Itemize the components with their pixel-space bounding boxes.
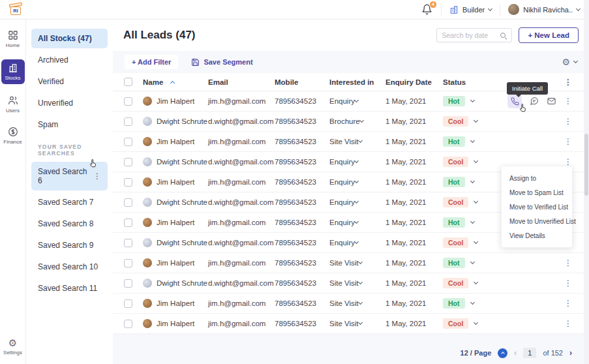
current-page-box[interactable]: 1 [523,348,536,358]
rail-item-stocks[interactable]: Stocks [1,59,25,84]
interested-in-dropdown[interactable]: Brochure [329,117,385,125]
row-checkbox[interactable] [124,97,132,106]
menu-item-move-to-verified[interactable]: Move to Verified List [502,200,572,214]
row-checkbox[interactable] [124,279,132,288]
chevron-down-icon[interactable] [474,199,478,204]
row-kebab-icon[interactable]: ⋮ [564,118,572,125]
status-badge[interactable]: Hot [443,258,465,268]
row-kebab-icon[interactable]: ⋮ [564,260,572,266]
scrollbar-thumb[interactable] [584,134,588,196]
status-badge[interactable]: Hot [443,96,465,106]
select-all-checkbox[interactable] [124,78,132,86]
column-header-enquiry-date[interactable]: Enquiry Date [385,78,443,86]
interested-in-dropdown[interactable]: Site Visit [329,279,385,287]
column-header-email[interactable]: Email [208,78,275,86]
column-header-status[interactable]: Status [443,78,502,86]
sidebar-item-archived[interactable]: Archived [31,50,108,70]
interested-in-dropdown[interactable]: Enquiry [329,178,385,186]
chevron-down-icon[interactable] [470,300,474,305]
status-badge[interactable]: Hot [443,217,465,228]
email-button[interactable] [547,97,556,106]
add-filter-button[interactable]: + Add Filter [125,55,178,69]
status-badge[interactable]: Hot [443,136,465,147]
builder-dropdown[interactable]: Builder [449,5,492,14]
page-size-dropdown[interactable] [498,348,507,358]
row-kebab-icon[interactable]: ⋮ [564,320,572,327]
next-page-button[interactable]: › [569,348,572,357]
chevron-down-icon[interactable] [470,138,474,143]
chevron-down-icon[interactable] [474,239,478,244]
rail-item-settings[interactable]: ⚙ Settings [1,337,25,357]
sidebar-item-verified[interactable]: Verified [31,72,108,91]
interested-in-dropdown[interactable]: Site Visit [329,320,385,327]
sidebar-item-saved-search-11[interactable]: Saved Search 11 [31,279,108,298]
column-header-interested-in[interactable]: Interested in [329,78,385,86]
status-badge[interactable]: Hot [443,298,465,309]
row-kebab-icon[interactable]: ⋮ [564,300,572,307]
table-options-kebab-icon[interactable]: ⋮ [564,79,572,85]
status-badge[interactable]: Cool [443,157,468,167]
row-checkbox[interactable] [124,219,132,227]
sidebar-item-saved-search-10[interactable]: Saved Search 10 [31,257,108,277]
sidebar-item-all-stocks[interactable]: All Stocks (47) [31,29,108,48]
search-icon[interactable] [500,32,507,39]
status-badge[interactable]: Hot [443,177,465,187]
row-checkbox[interactable] [124,198,132,207]
status-badge[interactable]: Cool [443,278,468,288]
rail-item-finance[interactable]: Finance [1,125,25,147]
sidebar-item-unverified[interactable]: Unverified [31,93,108,113]
interested-in-dropdown[interactable]: Enquiry [329,219,385,226]
column-header-name[interactable]: Name [143,78,208,86]
menu-item-view-details[interactable]: View Details [502,228,572,243]
status-badge[interactable]: Cool [443,237,468,248]
table-settings-gear-icon[interactable]: ⚙ [562,57,570,67]
row-checkbox[interactable] [124,158,132,166]
column-header-mobile[interactable]: Mobile [275,78,329,86]
interested-in-dropdown[interactable]: Enquiry [329,239,385,247]
row-checkbox[interactable] [124,259,132,267]
row-kebab-icon[interactable]: ⋮ [564,159,572,165]
sidebar-item-saved-search-9[interactable]: Saved Search 9 [31,235,108,255]
menu-item-move-to-spam[interactable]: Move to Spam List [502,185,572,200]
notifications-button[interactable]: 4 [421,4,433,16]
status-badge[interactable]: Cool [443,197,468,207]
chevron-down-icon[interactable] [474,159,478,163]
rail-item-home[interactable]: Home [1,28,25,50]
interested-in-dropdown[interactable]: Site Visit [329,138,385,145]
new-lead-button[interactable]: + New Lead [519,27,579,43]
row-kebab-icon[interactable]: ⋮ [564,98,572,104]
sidebar-item-spam[interactable]: Spam [31,115,108,134]
row-checkbox[interactable] [124,239,132,247]
chevron-down-icon[interactable] [470,219,474,224]
interested-in-dropdown[interactable]: Enquiry [329,198,385,206]
user-menu[interactable]: Nikhil Ravicha.. [508,4,580,15]
row-kebab-icon[interactable]: ⋮ [564,138,572,145]
interested-in-dropdown[interactable]: Site Visit [329,259,385,267]
row-checkbox[interactable] [124,117,132,126]
interested-in-dropdown[interactable]: Enquiry [329,158,385,166]
chevron-down-icon[interactable] [573,59,578,63]
interested-in-dropdown[interactable]: Site Visit [329,299,385,307]
interested-in-dropdown[interactable]: Enquiry [329,97,385,105]
sidebar-item-saved-search-7[interactable]: Saved Search 7 [31,192,108,212]
chevron-down-icon[interactable] [474,320,478,325]
app-logo[interactable]: RI [9,4,23,16]
save-segment-button[interactable]: Save Segment [191,58,252,67]
scrollbar[interactable] [584,0,589,364]
chevron-down-icon[interactable] [474,118,478,123]
row-checkbox[interactable] [124,299,132,308]
row-checkbox[interactable] [124,320,132,328]
chat-button[interactable] [530,97,539,106]
chevron-down-icon[interactable] [474,280,478,284]
search-input[interactable] [442,31,497,39]
menu-item-move-to-unverified[interactable]: Move to Unverified List [502,214,572,228]
previous-page-button[interactable]: ‹ [514,348,517,357]
row-checkbox[interactable] [124,178,132,187]
sidebar-item-saved-search-8[interactable]: Saved Search 8 [31,214,108,234]
row-checkbox[interactable] [124,138,132,146]
status-badge[interactable]: Cool [443,318,468,329]
row-kebab-icon[interactable]: ⋮ [564,280,572,286]
rail-item-users[interactable]: Users [1,93,25,115]
chevron-down-icon[interactable] [470,260,474,264]
chevron-down-icon[interactable] [470,98,474,102]
